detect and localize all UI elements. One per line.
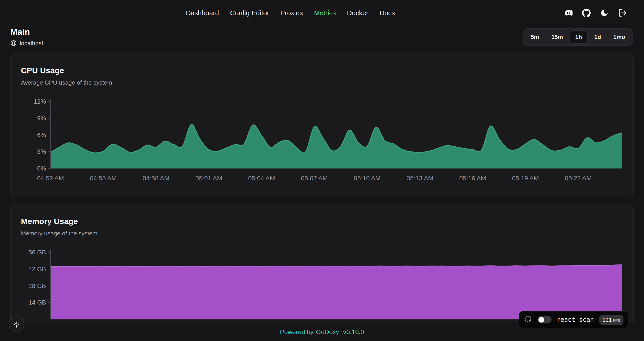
godoxy-app: Dashboard Config Editor Proxies Metrics …: [0, 0, 644, 341]
time-range-1d[interactable]: 1d: [588, 30, 607, 44]
fps-unit: FPS: [613, 318, 620, 322]
nav-item-metrics[interactable]: Metrics: [314, 9, 336, 17]
nav-item-docker[interactable]: Docker: [347, 9, 368, 17]
host-row: localhost: [10, 40, 43, 46]
svg-text:05:07 AM: 05:07 AM: [301, 175, 328, 182]
svg-text:42 GB: 42 GB: [28, 266, 46, 272]
react-scan-label: react-scan: [557, 316, 594, 323]
svg-text:05:10 AM: 05:10 AM: [354, 175, 380, 182]
svg-text:9%: 9%: [37, 115, 46, 122]
svg-text:0%: 0%: [37, 165, 46, 172]
toggle-knob: [538, 317, 544, 323]
time-range-1h[interactable]: 1h: [570, 30, 588, 44]
subheader: Main localhost 5m 15m 1h 1d 1mo: [0, 26, 644, 47]
host-block: Main localhost: [10, 27, 43, 46]
github-icon[interactable]: [582, 9, 591, 17]
top-nav: Dashboard Config Editor Proxies Metrics …: [0, 0, 644, 26]
svg-text:04:55 AM: 04:55 AM: [90, 175, 117, 182]
svg-text:05:01 AM: 05:01 AM: [196, 175, 222, 182]
lightning-icon: [13, 321, 20, 328]
nav-icon-group: [564, 9, 627, 17]
nav-item-proxies[interactable]: Proxies: [280, 9, 303, 17]
inspect-icon[interactable]: [525, 316, 532, 323]
cpu-usage-card: CPU Usage Average CPU usage of the syste…: [10, 53, 634, 197]
version-label: v0.10.0: [343, 328, 364, 336]
cpu-card-title: CPU Usage: [21, 66, 623, 75]
svg-text:6%: 6%: [37, 132, 46, 139]
svg-text:05:04 AM: 05:04 AM: [248, 175, 275, 182]
time-range-1mo[interactable]: 1mo: [608, 30, 631, 44]
svg-text:05:22 AM: 05:22 AM: [565, 175, 592, 182]
cpu-usage-chart[interactable]: 0%3%6%9%12%04:52 AM04:55 AM04:58 AM05:01…: [21, 96, 624, 189]
hostname-label: localhost: [20, 40, 43, 46]
discord-icon[interactable]: [564, 9, 573, 17]
memory-card-title: Memory Usage: [21, 217, 623, 226]
main-menu: Dashboard Config Editor Proxies Metrics …: [186, 9, 395, 17]
memory-card-subtitle: Memory usage of the system: [21, 230, 623, 237]
svg-text:05:16 AM: 05:16 AM: [459, 175, 486, 182]
svg-text:28 GB: 28 GB: [28, 282, 46, 289]
cpu-card-subtitle: Average CPU usage of the system: [21, 79, 623, 86]
globe-icon: [10, 40, 17, 46]
nav-item-config-editor[interactable]: Config Editor: [230, 9, 269, 17]
dark-mode-icon[interactable]: [600, 9, 609, 17]
time-range-15m[interactable]: 15m: [546, 30, 569, 44]
nav-item-dashboard[interactable]: Dashboard: [186, 9, 219, 17]
quick-actions-button[interactable]: [9, 316, 24, 332]
svg-text:04:58 AM: 04:58 AM: [143, 175, 170, 182]
svg-text:05:13 AM: 05:13 AM: [406, 175, 433, 182]
nav-item-docs[interactable]: Docs: [380, 9, 395, 17]
fps-badge: 121 FPS: [599, 314, 624, 325]
time-range-5m[interactable]: 5m: [525, 30, 545, 44]
svg-text:04:52 AM: 04:52 AM: [37, 175, 64, 182]
svg-text:14 GB: 14 GB: [28, 299, 46, 306]
scan-toggle[interactable]: [538, 316, 552, 323]
svg-text:12%: 12%: [34, 98, 46, 105]
fps-value: 121: [602, 317, 612, 323]
godoxy-link[interactable]: GoDoxy: [316, 328, 339, 336]
logout-icon[interactable]: [618, 9, 627, 17]
time-range-selector: 5m 15m 1h 1d 1mo: [523, 28, 633, 46]
react-scan-toolbar: react-scan 121 FPS: [518, 311, 628, 328]
powered-by-label: Powered by: [280, 328, 314, 336]
svg-text:56 GB: 56 GB: [28, 249, 46, 256]
svg-text:3%: 3%: [37, 148, 46, 155]
svg-text:05:19 AM: 05:19 AM: [512, 175, 539, 182]
page-title: Main: [10, 27, 43, 37]
